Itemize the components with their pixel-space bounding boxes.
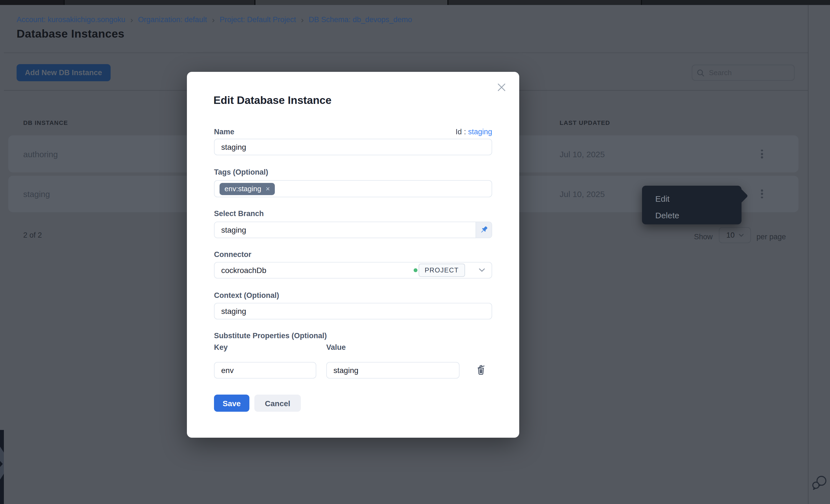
per-page-label: per page [757, 233, 786, 241]
page-size-select[interactable]: 10 [719, 227, 751, 243]
connector-value: cockroachDb [221, 266, 266, 275]
save-button[interactable]: Save [214, 395, 249, 412]
pin-button[interactable] [476, 222, 491, 238]
db-instance-name: authoring [23, 149, 58, 159]
db-instance-name: staging [23, 189, 50, 199]
context-label: Context (Optional) [214, 291, 279, 300]
edit-database-instance-modal: Edit Database Instance Name Id : staging… [187, 72, 519, 438]
branch-label: Select Branch [214, 209, 264, 218]
last-updated-value: Jul 10, 2025 [560, 149, 605, 159]
key-label: Key [214, 343, 228, 351]
breadcrumb-separator: › [301, 16, 304, 23]
chevron-down-icon [479, 268, 485, 272]
browser-tab-active [255, 0, 447, 5]
content-right-border [808, 5, 808, 504]
close-icon[interactable] [497, 82, 507, 92]
header-divider [4, 53, 808, 53]
cancel-button[interactable]: Cancel [254, 395, 301, 412]
substitute-properties-label: Substitute Properties (Optional) [214, 332, 327, 340]
modal-title: Edit Database Instance [214, 94, 331, 107]
breadcrumb-schema-link[interactable]: DB Schema: db_devops_demo [309, 15, 412, 24]
browser-tab [642, 0, 830, 5]
tag-remove-icon[interactable]: × [266, 185, 270, 192]
connector-label: Connector [214, 250, 251, 259]
search-icon [697, 69, 704, 76]
substitute-key-input[interactable] [214, 362, 316, 378]
pushpin-icon [479, 226, 488, 234]
page-size-value: 10 [726, 231, 735, 239]
trash-icon[interactable] [476, 364, 486, 375]
tags-input[interactable]: env:staging × [214, 180, 492, 197]
show-label: Show [694, 233, 713, 241]
row-context-menu: Edit Delete [642, 186, 741, 224]
connector-select[interactable]: cockroachDb PROJECT [214, 262, 492, 278]
row-count-label: 2 of 2 [23, 231, 42, 239]
breadcrumb-account-link[interactable]: Account: kurosakiichigo.songoku [17, 15, 125, 24]
name-input[interactable] [214, 139, 492, 155]
kebab-menu-icon[interactable] [759, 147, 765, 161]
id-label: Id [456, 128, 462, 136]
search-input[interactable] [708, 68, 788, 77]
substitute-value-input[interactable] [326, 362, 459, 378]
search-box[interactable] [692, 65, 795, 81]
tags-label: Tags (Optional) [214, 168, 268, 176]
app-root: Account: kurosakiichigo.songoku › Organi… [0, 0, 830, 504]
context-menu-delete[interactable]: Delete [642, 208, 741, 223]
tag-chip: env:staging × [220, 182, 275, 195]
browser-tab-strip [0, 0, 830, 5]
tag-chip-text: env:staging [224, 184, 261, 193]
chat-bubbles-icon[interactable] [811, 474, 828, 492]
breadcrumb-organization-link[interactable]: Organization: default [138, 15, 207, 24]
add-db-instance-button[interactable]: Add New DB Instance [17, 64, 110, 81]
column-header-last-updated: LAST UPDATED [560, 120, 610, 126]
browser-tab [0, 0, 64, 5]
kebab-menu-icon[interactable] [759, 187, 765, 201]
chevron-down-icon [738, 234, 743, 237]
branch-field [214, 222, 492, 238]
breadcrumb-project-link[interactable]: Project: Default Project [220, 15, 296, 24]
breadcrumb-separator: › [130, 16, 133, 23]
connector-scope-badge: PROJECT [419, 264, 465, 277]
id-separator: : [462, 128, 468, 136]
value-label: Value [326, 343, 346, 351]
column-header-db-instance: DB INSTANCE [23, 120, 68, 126]
last-updated-value: Jul 10, 2025 [560, 189, 605, 199]
context-input[interactable] [214, 303, 492, 320]
browser-tab [448, 0, 641, 5]
browser-tab [65, 0, 254, 5]
context-menu-edit[interactable]: Edit [642, 192, 741, 206]
page-title: Database Instances [17, 27, 124, 40]
id-value-link[interactable]: staging [468, 128, 492, 136]
status-dot-icon [414, 268, 417, 272]
breadcrumb-separator: › [212, 16, 215, 23]
breadcrumb: Account: kurosakiichigo.songoku › Organi… [17, 15, 412, 24]
branch-input[interactable] [215, 222, 476, 238]
name-label: Name [214, 128, 234, 136]
instance-id: Id : staging [456, 128, 492, 136]
